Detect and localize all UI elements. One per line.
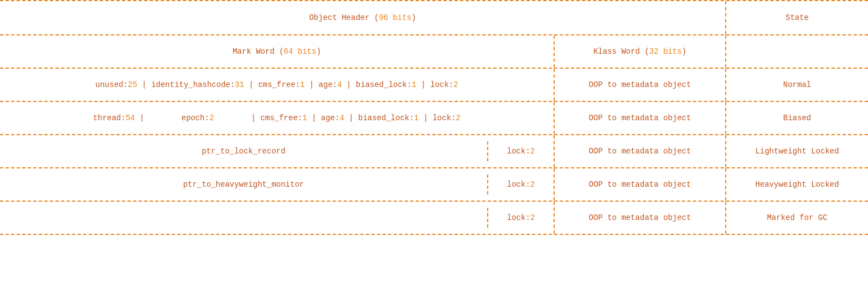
table-row: unused:25 | identity_hashcode:31 | cms_f… <box>0 69 868 102</box>
heavyweight-state: Heavyweight Locked <box>725 168 868 201</box>
table-row: thread:54 | epoch:2 | cms_free:1 | age:4… <box>0 102 868 135</box>
gc-empty <box>0 212 487 223</box>
lightweight-mark-word: ptr_to_lock_record lock:2 <box>0 135 554 167</box>
biased-mark-word: thread:54 | epoch:2 | cms_free:1 | age:4… <box>0 102 554 134</box>
lightweight-lock: lock:2 <box>487 141 554 161</box>
mark-word-header: Mark Word ( 64 bits ) <box>0 35 554 68</box>
lightweight-state: Lightweight Locked <box>725 135 868 167</box>
state-header-empty <box>725 35 868 68</box>
heavyweight-klass-word: OOP to metadata object <box>554 168 725 201</box>
biased-state: Biased <box>725 102 868 134</box>
gc-mark-word: lock:2 <box>0 202 554 234</box>
normal-state: Normal <box>725 69 868 101</box>
gc-state: Marked for GC <box>725 202 868 234</box>
lightweight-klass-word: OOP to metadata object <box>554 135 725 167</box>
klass-word-header: Klass Word ( 32 bits ) <box>554 35 725 68</box>
gc-lock: lock:2 <box>487 208 554 228</box>
table-row: ptr_to_lock_record lock:2 OOP to metadat… <box>0 135 868 168</box>
normal-mark-word: unused:25 | identity_hashcode:31 | cms_f… <box>0 69 554 101</box>
lightweight-ptr: ptr_to_lock_record <box>0 141 487 161</box>
table-row: lock:2 OOP to metadata object Marked for… <box>0 202 868 235</box>
object-header-label: Object Header ( 96 bits ) <box>0 1 725 34</box>
heavyweight-mark-word: ptr_to_heavyweight_monitor lock:2 <box>0 168 554 201</box>
object-header-table: Object Header ( 96 bits ) State Mark Wor… <box>0 0 868 235</box>
gc-klass-word: OOP to metadata object <box>554 202 725 234</box>
heavyweight-lock: lock:2 <box>487 175 554 194</box>
object-header-bits: 96 bits <box>379 13 411 22</box>
table-row: ptr_to_heavyweight_monitor lock:2 OOP to… <box>0 168 868 202</box>
object-header-text: Object Header <box>309 13 369 22</box>
biased-klass-word: OOP to metadata object <box>554 102 725 134</box>
normal-klass-word: OOP to metadata object <box>554 69 725 101</box>
heavyweight-ptr: ptr_to_heavyweight_monitor <box>0 175 487 194</box>
state-header-label: State <box>725 1 868 34</box>
